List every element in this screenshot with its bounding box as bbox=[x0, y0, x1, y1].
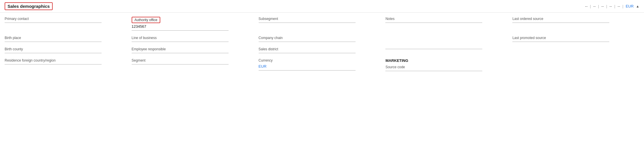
source-code-underline bbox=[385, 71, 482, 71]
field-marketing-section: MARKETING Source code bbox=[385, 58, 512, 74]
sep-2: | bbox=[598, 4, 599, 8]
sep-5: | bbox=[622, 4, 623, 8]
currency-label: Currency bbox=[259, 58, 380, 62]
field-residence-foreign: Residence foreign country/region bbox=[5, 58, 132, 74]
notes-label: Notes bbox=[385, 17, 507, 21]
field-empty-3-5 bbox=[512, 47, 639, 56]
company-chain-label: Company chain bbox=[259, 36, 380, 40]
sep-4: | bbox=[614, 4, 615, 8]
field-authority-office: Authority office 1234567 bbox=[132, 17, 259, 34]
field-subsegment: Subsegment bbox=[259, 17, 386, 34]
last-promoted-source-underline bbox=[512, 42, 609, 42]
line-of-business-label: Line of business bbox=[132, 36, 253, 40]
residence-foreign-label: Residence foreign country/region bbox=[5, 58, 126, 62]
dash-1: -- bbox=[585, 4, 588, 8]
birth-county-underline bbox=[5, 53, 102, 53]
field-empty-2-4 bbox=[385, 36, 512, 45]
row-4: Residence foreign country/region Segment… bbox=[5, 57, 639, 75]
birth-county-label: Birth county bbox=[5, 47, 126, 51]
sep-3: | bbox=[606, 4, 607, 8]
last-ordered-source-label: Last ordered source bbox=[512, 17, 634, 21]
panel-header: Sales demographics -- | -- | -- | -- | -… bbox=[0, 0, 644, 13]
field-birth-place: Birth place bbox=[5, 36, 132, 45]
segment-label: Segment bbox=[132, 58, 253, 62]
company-chain-underline bbox=[259, 42, 356, 42]
last-promoted-source-label: Last promoted source bbox=[512, 36, 634, 40]
field-line-of-business: Line of business bbox=[132, 36, 259, 45]
field-last-ordered-source: Last ordered source bbox=[512, 17, 639, 34]
dash-4: -- bbox=[610, 4, 612, 8]
field-empty-3-4 bbox=[385, 47, 512, 56]
row-1: Primary contact Authority office 1234567… bbox=[5, 16, 639, 35]
currency-value: EUR bbox=[259, 64, 380, 69]
employee-responsible-underline bbox=[132, 53, 229, 53]
field-notes: Notes bbox=[385, 17, 512, 34]
panel-content: Primary contact Authority office 1234567… bbox=[0, 13, 644, 80]
authority-office-value: 1234567 bbox=[132, 24, 253, 29]
line-of-business-underline bbox=[132, 42, 229, 42]
panel-title: Sales demographics bbox=[5, 2, 53, 10]
field-birth-county: Birth county bbox=[5, 47, 132, 56]
field-sales-district: Sales district bbox=[259, 47, 386, 56]
dash-3: -- bbox=[601, 4, 604, 8]
sales-district-underline bbox=[259, 53, 356, 53]
sales-demographics-panel: Sales demographics -- | -- | -- | -- | -… bbox=[0, 0, 644, 80]
segment-underline bbox=[132, 64, 229, 64]
residence-foreign-underline bbox=[5, 64, 102, 64]
last-ordered-source-underline bbox=[512, 23, 609, 23]
sales-district-label: Sales district bbox=[259, 47, 380, 51]
collapse-chevron-icon[interactable]: ▲ bbox=[636, 4, 639, 8]
dash-5: -- bbox=[618, 4, 620, 8]
currency-underline bbox=[259, 70, 356, 71]
primary-contact-label: Primary contact bbox=[5, 17, 126, 21]
field-segment: Segment bbox=[132, 58, 259, 74]
row-2: Birth place Line of business Company cha… bbox=[5, 35, 639, 46]
birth-place-underline bbox=[5, 42, 102, 42]
marketing-section-header: MARKETING bbox=[385, 58, 507, 63]
primary-contact-underline bbox=[5, 23, 102, 23]
field-empty-4-5 bbox=[512, 58, 639, 74]
employee-responsible-label: Employee responsible bbox=[132, 47, 253, 51]
row-3: Birth county Employee responsible Sales … bbox=[5, 46, 639, 57]
field-last-promoted-source: Last promoted source bbox=[512, 36, 639, 45]
subsegment-underline bbox=[259, 23, 356, 23]
authority-office-label: Authority office bbox=[132, 17, 160, 23]
field-primary-contact: Primary contact bbox=[5, 17, 132, 34]
source-code-label: Source code bbox=[385, 65, 507, 69]
empty-3-4-underline bbox=[385, 49, 482, 49]
field-company-chain: Company chain bbox=[259, 36, 386, 45]
notes-underline bbox=[385, 23, 482, 23]
field-employee-responsible: Employee responsible bbox=[132, 47, 259, 56]
header-right: -- | -- | -- | -- | -- | EUR ▲ bbox=[585, 4, 639, 8]
birth-place-label: Birth place bbox=[5, 36, 126, 40]
field-currency: Currency EUR bbox=[259, 58, 386, 74]
header-currency: EUR bbox=[626, 4, 634, 8]
dash-2: -- bbox=[593, 4, 596, 8]
authority-office-underline bbox=[132, 30, 229, 31]
subsegment-label: Subsegment bbox=[259, 17, 380, 21]
sep-1: | bbox=[590, 4, 591, 8]
